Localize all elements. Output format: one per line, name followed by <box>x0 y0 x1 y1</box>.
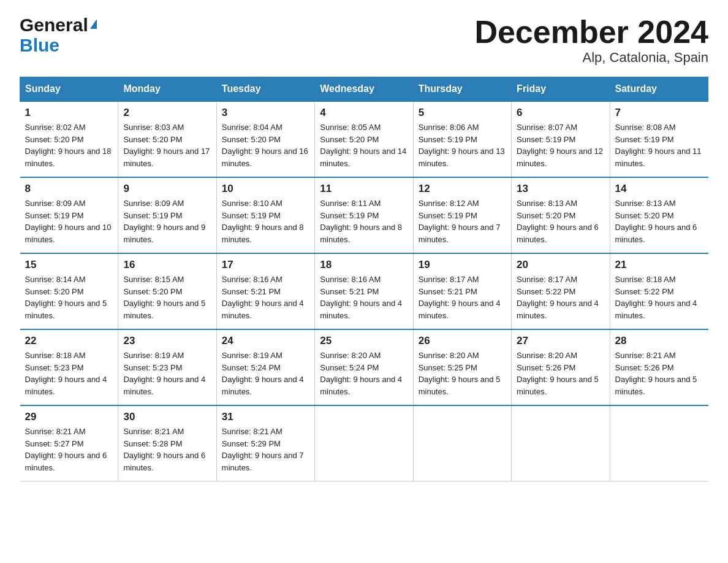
day-number: 4 <box>320 107 408 119</box>
logo: General Blue <box>20 15 97 56</box>
calendar-cell: 13Sunrise: 8:13 AMSunset: 5:20 PMDayligh… <box>512 177 610 253</box>
calendar-cell <box>413 405 511 481</box>
calendar-title: December 2024 <box>474 15 708 50</box>
day-number: 23 <box>123 335 211 347</box>
weekday-header-wednesday: Wednesday <box>315 77 413 102</box>
day-info: Sunrise: 8:20 AMSunset: 5:24 PMDaylight:… <box>320 350 408 397</box>
logo-general: General <box>20 15 88 35</box>
day-number: 31 <box>222 411 309 423</box>
day-info: Sunrise: 8:21 AMSunset: 5:29 PMDaylight:… <box>222 426 309 473</box>
calendar-cell: 11Sunrise: 8:11 AMSunset: 5:19 PMDayligh… <box>315 177 413 253</box>
day-info: Sunrise: 8:08 AMSunset: 5:19 PMDaylight:… <box>615 121 703 169</box>
calendar-cell: 3Sunrise: 8:04 AMSunset: 5:20 PMDaylight… <box>216 101 314 177</box>
day-number: 26 <box>419 335 506 347</box>
page-header: General Blue December 2024 Alp, Cataloni… <box>20 15 708 66</box>
day-info: Sunrise: 8:20 AMSunset: 5:26 PMDaylight:… <box>517 350 604 397</box>
day-number: 24 <box>222 335 309 347</box>
calendar-subtitle: Alp, Catalonia, Spain <box>474 50 708 66</box>
calendar-cell: 7Sunrise: 8:08 AMSunset: 5:19 PMDaylight… <box>610 101 708 177</box>
day-info: Sunrise: 8:15 AMSunset: 5:20 PMDaylight:… <box>123 274 211 321</box>
day-info: Sunrise: 8:19 AMSunset: 5:23 PMDaylight:… <box>123 350 211 397</box>
calendar-cell: 28Sunrise: 8:21 AMSunset: 5:26 PMDayligh… <box>610 329 708 405</box>
calendar-cell: 21Sunrise: 8:18 AMSunset: 5:22 PMDayligh… <box>610 253 708 329</box>
logo-blue: Blue <box>20 35 59 56</box>
day-number: 1 <box>25 107 113 119</box>
day-number: 14 <box>615 183 703 195</box>
weekday-header-thursday: Thursday <box>413 77 511 102</box>
day-info: Sunrise: 8:17 AMSunset: 5:21 PMDaylight:… <box>419 274 506 321</box>
day-info: Sunrise: 8:10 AMSunset: 5:19 PMDaylight:… <box>222 197 309 245</box>
day-number: 12 <box>419 183 506 195</box>
calendar-week-row: 22Sunrise: 8:18 AMSunset: 5:23 PMDayligh… <box>20 329 708 405</box>
calendar-cell <box>512 405 610 481</box>
day-info: Sunrise: 8:18 AMSunset: 5:23 PMDaylight:… <box>25 350 113 397</box>
day-info: Sunrise: 8:06 AMSunset: 5:19 PMDaylight:… <box>419 121 506 169</box>
calendar-cell: 24Sunrise: 8:19 AMSunset: 5:24 PMDayligh… <box>216 329 314 405</box>
day-info: Sunrise: 8:17 AMSunset: 5:22 PMDaylight:… <box>517 274 604 321</box>
day-info: Sunrise: 8:19 AMSunset: 5:24 PMDaylight:… <box>222 350 309 397</box>
day-number: 22 <box>25 335 113 347</box>
calendar-cell: 25Sunrise: 8:20 AMSunset: 5:24 PMDayligh… <box>315 329 413 405</box>
logo-triangle-icon <box>90 19 97 29</box>
title-block: December 2024 Alp, Catalonia, Spain <box>474 15 708 66</box>
day-number: 19 <box>419 259 506 271</box>
day-number: 30 <box>123 411 211 423</box>
day-number: 27 <box>517 335 604 347</box>
calendar-cell <box>315 405 413 481</box>
calendar-cell: 27Sunrise: 8:20 AMSunset: 5:26 PMDayligh… <box>512 329 610 405</box>
calendar-cell: 18Sunrise: 8:16 AMSunset: 5:21 PMDayligh… <box>315 253 413 329</box>
day-info: Sunrise: 8:18 AMSunset: 5:22 PMDaylight:… <box>615 274 703 321</box>
day-number: 29 <box>25 411 113 423</box>
day-info: Sunrise: 8:12 AMSunset: 5:19 PMDaylight:… <box>419 197 506 245</box>
calendar-cell: 15Sunrise: 8:14 AMSunset: 5:20 PMDayligh… <box>20 253 118 329</box>
day-number: 5 <box>419 107 506 119</box>
day-number: 10 <box>222 183 309 195</box>
calendar-table: SundayMondayTuesdayWednesdayThursdayFrid… <box>20 77 708 481</box>
calendar-cell: 23Sunrise: 8:19 AMSunset: 5:23 PMDayligh… <box>118 329 216 405</box>
day-number: 21 <box>615 259 703 271</box>
calendar-cell: 19Sunrise: 8:17 AMSunset: 5:21 PMDayligh… <box>413 253 511 329</box>
calendar-cell: 1Sunrise: 8:02 AMSunset: 5:20 PMDaylight… <box>20 101 118 177</box>
calendar-cell: 14Sunrise: 8:13 AMSunset: 5:20 PMDayligh… <box>610 177 708 253</box>
calendar-week-row: 29Sunrise: 8:21 AMSunset: 5:27 PMDayligh… <box>20 405 708 481</box>
day-info: Sunrise: 8:13 AMSunset: 5:20 PMDaylight:… <box>615 197 703 245</box>
day-info: Sunrise: 8:21 AMSunset: 5:27 PMDaylight:… <box>25 426 113 473</box>
calendar-cell: 16Sunrise: 8:15 AMSunset: 5:20 PMDayligh… <box>118 253 216 329</box>
calendar-cell: 22Sunrise: 8:18 AMSunset: 5:23 PMDayligh… <box>20 329 118 405</box>
day-number: 13 <box>517 183 604 195</box>
calendar-week-row: 1Sunrise: 8:02 AMSunset: 5:20 PMDaylight… <box>20 101 708 177</box>
calendar-cell: 5Sunrise: 8:06 AMSunset: 5:19 PMDaylight… <box>413 101 511 177</box>
calendar-cell: 29Sunrise: 8:21 AMSunset: 5:27 PMDayligh… <box>20 405 118 481</box>
calendar-cell: 26Sunrise: 8:20 AMSunset: 5:25 PMDayligh… <box>413 329 511 405</box>
day-number: 2 <box>123 107 211 119</box>
calendar-cell: 30Sunrise: 8:21 AMSunset: 5:28 PMDayligh… <box>118 405 216 481</box>
calendar-cell: 20Sunrise: 8:17 AMSunset: 5:22 PMDayligh… <box>512 253 610 329</box>
weekday-header-sunday: Sunday <box>20 77 118 102</box>
day-info: Sunrise: 8:03 AMSunset: 5:20 PMDaylight:… <box>123 121 211 169</box>
day-info: Sunrise: 8:20 AMSunset: 5:25 PMDaylight:… <box>419 350 506 397</box>
day-info: Sunrise: 8:04 AMSunset: 5:20 PMDaylight:… <box>222 121 309 169</box>
day-info: Sunrise: 8:09 AMSunset: 5:19 PMDaylight:… <box>25 197 113 245</box>
calendar-cell: 31Sunrise: 8:21 AMSunset: 5:29 PMDayligh… <box>216 405 314 481</box>
day-info: Sunrise: 8:07 AMSunset: 5:19 PMDaylight:… <box>517 121 604 169</box>
weekday-header-tuesday: Tuesday <box>216 77 314 102</box>
calendar-cell: 8Sunrise: 8:09 AMSunset: 5:19 PMDaylight… <box>20 177 118 253</box>
calendar-week-row: 15Sunrise: 8:14 AMSunset: 5:20 PMDayligh… <box>20 253 708 329</box>
day-number: 16 <box>123 259 211 271</box>
day-number: 3 <box>222 107 309 119</box>
day-number: 25 <box>320 335 408 347</box>
weekday-header-saturday: Saturday <box>610 77 708 102</box>
calendar-cell <box>610 405 708 481</box>
day-number: 11 <box>320 183 408 195</box>
day-number: 7 <box>615 107 703 119</box>
day-number: 28 <box>615 335 703 347</box>
day-info: Sunrise: 8:05 AMSunset: 5:20 PMDaylight:… <box>320 121 408 169</box>
calendar-cell: 17Sunrise: 8:16 AMSunset: 5:21 PMDayligh… <box>216 253 314 329</box>
day-number: 20 <box>517 259 604 271</box>
day-number: 8 <box>25 183 113 195</box>
day-number: 9 <box>123 183 211 195</box>
day-number: 6 <box>517 107 604 119</box>
calendar-cell: 12Sunrise: 8:12 AMSunset: 5:19 PMDayligh… <box>413 177 511 253</box>
day-info: Sunrise: 8:09 AMSunset: 5:19 PMDaylight:… <box>123 197 211 245</box>
calendar-cell: 10Sunrise: 8:10 AMSunset: 5:19 PMDayligh… <box>216 177 314 253</box>
